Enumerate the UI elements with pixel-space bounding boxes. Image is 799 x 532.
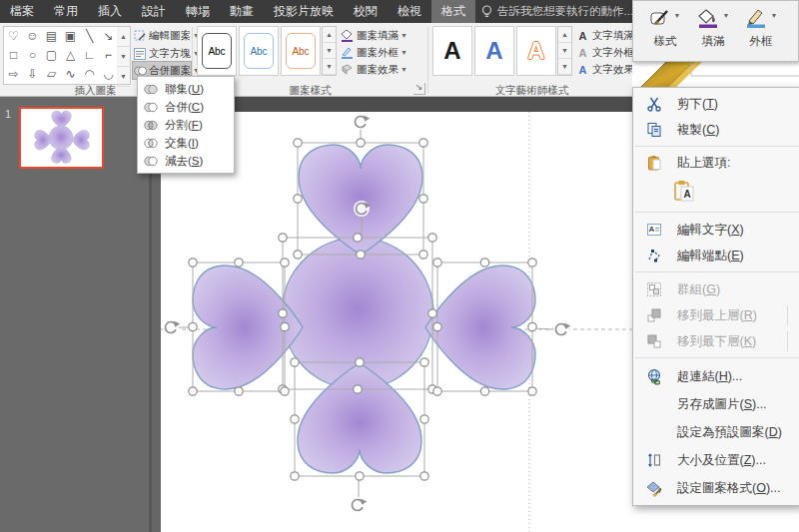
resize-handle[interactable] — [356, 358, 364, 366]
gallery-scroll-down[interactable]: ▼ — [117, 47, 130, 67]
resize-handle[interactable] — [294, 139, 302, 147]
right-arrow-shape-icon[interactable]: ⇨ — [4, 65, 23, 84]
context-menu-item-copy[interactable]: 複製(C) — [633, 117, 799, 143]
heart-flower-shapes[interactable] — [193, 145, 535, 473]
menu-item-combine[interactable]: 合併(C) — [138, 98, 234, 116]
tab-format[interactable]: 格式 — [431, 0, 475, 23]
resize-handle[interactable] — [419, 251, 427, 259]
resize-handle[interactable] — [428, 234, 436, 242]
text-box-button[interactable]: 文字方塊 ▼ — [133, 45, 191, 62]
edit-shape-button[interactable]: 編輯圖案 ▼ — [133, 27, 191, 44]
resize-handle[interactable] — [480, 387, 488, 395]
resize-handle[interactable] — [357, 139, 365, 147]
resize-handle[interactable] — [281, 322, 289, 330]
elbow-connector-shape-icon[interactable]: ∟ — [80, 46, 99, 65]
down-arrow-shape-icon[interactable]: ⇩ — [23, 65, 42, 84]
textbox-shape-icon[interactable]: ▤ — [42, 27, 61, 46]
elbow-arrow-shape-icon[interactable]: ⌐ — [99, 46, 118, 65]
tab-home[interactable]: 常用 — [44, 0, 88, 23]
resize-handle[interactable] — [294, 251, 302, 259]
resize-handle[interactable] — [291, 415, 299, 423]
resize-handle[interactable] — [189, 259, 197, 266]
resize-handle[interactable] — [279, 234, 287, 242]
shape-outline-button[interactable]: 圖案外框 ▼ — [340, 44, 425, 61]
resize-handle[interactable] — [281, 387, 289, 395]
context-menu-item-set-default-shape[interactable]: 設定為預設圖案(D) — [633, 418, 799, 446]
wordart-preview-1[interactable]: A — [432, 26, 472, 76]
context-menu-item-format-shape[interactable]: 設定圖案格式(O)... — [633, 474, 799, 502]
rectangle-shape-icon[interactable]: □ — [4, 46, 23, 65]
resize-handle[interactable] — [235, 259, 243, 266]
resize-handle[interactable] — [428, 309, 436, 317]
shape-style-preview-2[interactable]: Abc — [239, 26, 279, 76]
tab-design[interactable]: 設計 — [132, 0, 176, 23]
menu-item-union[interactable]: 聯集(U) — [138, 80, 234, 98]
context-menu-item-send-to-back[interactable]: 移到最下層(K) — [633, 328, 799, 354]
style-more-button[interactable]: ▼ — [323, 59, 336, 75]
menu-item-subtract[interactable]: 減去(S) — [138, 152, 234, 170]
resize-handle[interactable] — [189, 387, 197, 395]
context-menu-item-hyperlink[interactable]: 超連結(H)... — [633, 362, 799, 390]
tab-review[interactable]: 校閱 — [344, 0, 388, 23]
mini-style-button[interactable]: ▼ 樣式 — [641, 6, 689, 56]
tab-view[interactable]: 檢視 — [388, 0, 431, 23]
resize-handle[interactable] — [433, 259, 441, 266]
resize-handle[interactable] — [419, 139, 427, 147]
oval-shape-icon[interactable]: ○ — [23, 46, 42, 65]
wordart-scroll-up[interactable]: ▲ — [558, 27, 571, 43]
resize-handle[interactable] — [291, 358, 299, 366]
rounded-rectangle-shape-icon[interactable]: ▢ — [42, 46, 61, 65]
smiley-shape-icon[interactable]: ☺ — [23, 27, 42, 46]
resize-handle[interactable] — [420, 415, 428, 423]
rotate-handle-icon[interactable] — [353, 114, 370, 130]
style-scroll-down[interactable]: ▼ — [323, 43, 336, 59]
menu-item-intersect[interactable]: 交集(I) — [138, 134, 234, 152]
style-scroll-up[interactable]: ▲ — [323, 27, 336, 43]
resize-handle[interactable] — [291, 472, 299, 480]
context-menu-item-size-position[interactable]: 大小及位置(Z)... — [633, 446, 799, 474]
context-menu-item-edit-points[interactable]: 編輯端點(E) — [633, 243, 799, 268]
picture-shape-icon[interactable]: ▣ — [61, 27, 80, 46]
resize-handle[interactable] — [433, 322, 441, 330]
tab-slideshow[interactable]: 投影片放映 — [264, 0, 344, 23]
rotate-handle-icon[interactable] — [163, 319, 180, 335]
resize-handle[interactable] — [281, 259, 289, 266]
rotate-handle-icon[interactable] — [553, 321, 570, 337]
shape-style-preview-3[interactable]: Abc — [281, 26, 321, 76]
resize-handle[interactable] — [235, 387, 243, 395]
resize-handle[interactable] — [528, 259, 536, 266]
tell-me-search[interactable]: 告訴我您想要執行的動作... — [481, 4, 633, 19]
menu-item-fragment[interactable]: 分割(F) — [138, 116, 234, 134]
context-menu-item-edit-text[interactable]: A 編輯文字(X) — [633, 217, 799, 243]
tab-insert[interactable]: 插入 — [88, 0, 132, 23]
tab-file[interactable]: 檔案 — [0, 0, 44, 23]
paste-keep-source-formatting-button[interactable]: A — [633, 175, 799, 209]
gallery-scroll-up[interactable]: ▲ — [117, 27, 130, 47]
arc-shape-icon[interactable]: ◠ — [80, 65, 99, 84]
shape-fill-button[interactable]: 圖案填滿 ▼ — [340, 27, 425, 44]
wordart-preview-3[interactable]: A — [516, 26, 556, 76]
slide-thumbnail[interactable] — [19, 107, 104, 169]
rotate-handle-icon[interactable] — [350, 497, 367, 513]
shape-style-preview-1[interactable]: Abc — [197, 26, 237, 76]
resize-handle[interactable] — [354, 385, 362, 393]
resize-handle[interactable] — [357, 251, 365, 259]
wordart-more-button[interactable]: ▼ — [558, 59, 571, 75]
shape-styles-dialog-launcher[interactable]: ↘ — [413, 83, 425, 95]
wordart-scroll-down[interactable]: ▼ — [558, 43, 571, 59]
heart-shape-icon[interactable]: ♡ — [4, 27, 23, 46]
context-menu-item-cut[interactable]: 剪下(T) — [633, 91, 799, 117]
resize-handle[interactable] — [354, 234, 362, 242]
line-shape-icon[interactable]: ╲ — [80, 27, 99, 46]
resize-handle[interactable] — [419, 195, 427, 203]
resize-handle[interactable] — [356, 472, 364, 480]
resize-handle[interactable] — [433, 387, 441, 395]
scribble-shape-icon[interactable]: ∿ — [61, 65, 80, 84]
context-menu-item-group[interactable]: 群組(G) — [633, 276, 799, 302]
resize-handle[interactable] — [528, 322, 536, 330]
resize-handle[interactable] — [279, 309, 287, 317]
wordart-preview-2[interactable]: A — [474, 26, 514, 76]
arrow-line-shape-icon[interactable]: ↘ — [99, 27, 118, 46]
context-menu-item-save-as-picture[interactable]: 另存成圖片(S)... — [633, 390, 799, 418]
tab-transitions[interactable]: 轉場 — [176, 0, 220, 23]
